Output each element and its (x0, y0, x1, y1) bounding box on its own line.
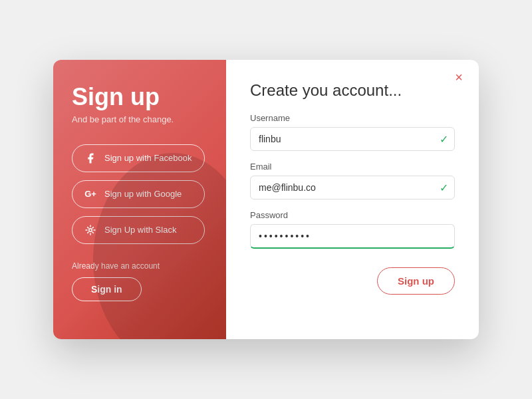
email-label: Email (250, 162, 455, 172)
facebook-icon (83, 151, 98, 166)
google-icon: G+ (83, 187, 98, 201)
google-signup-button[interactable]: G+ Sign up with Google (72, 180, 205, 208)
email-wrapper: ✓ (250, 176, 455, 200)
email-input[interactable] (250, 176, 455, 200)
already-have-account-text: Already have an account (72, 261, 160, 271)
email-valid-icon: ✓ (440, 182, 448, 194)
username-input[interactable] (250, 127, 455, 151)
slack-icon (83, 223, 98, 237)
signup-modal: Sign up And be part of the change. Sign … (53, 60, 479, 339)
page-title: Sign up (72, 84, 160, 110)
svg-point-0 (89, 228, 92, 231)
username-field-group: Username ✓ (250, 113, 455, 151)
username-label: Username (250, 113, 455, 123)
right-panel: × Create you account... Username ✓ Email… (226, 60, 479, 339)
sign-in-button[interactable]: Sign in (72, 277, 142, 301)
facebook-signup-button[interactable]: Sign up with Facebook (72, 144, 205, 172)
password-field-group: Password (250, 210, 455, 249)
username-wrapper: ✓ (250, 127, 455, 151)
left-panel: Sign up And be part of the change. Sign … (53, 60, 226, 339)
email-field-group: Email ✓ (250, 162, 455, 200)
slack-signup-button[interactable]: Sign Up with Slack (72, 216, 205, 244)
signup-button[interactable]: Sign up (377, 267, 455, 295)
password-wrapper (250, 224, 455, 249)
close-button[interactable]: × (451, 69, 467, 85)
form-title: Create you account... (250, 81, 455, 100)
username-valid-icon: ✓ (440, 133, 448, 146)
page-subtitle: And be part of the change. (72, 114, 174, 124)
password-label: Password (250, 210, 455, 220)
password-input[interactable] (250, 224, 455, 249)
